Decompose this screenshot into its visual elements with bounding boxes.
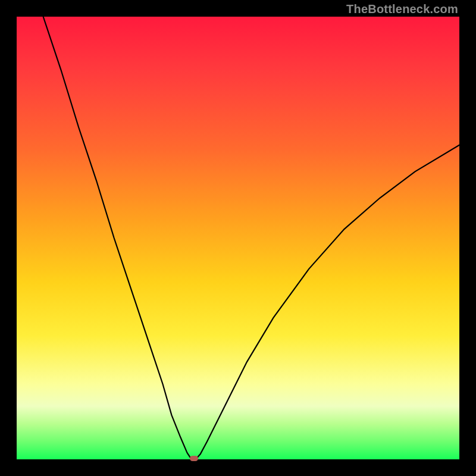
chart-frame: TheBottleneck.com (0, 0, 476, 476)
optimum-marker (190, 456, 198, 461)
bottleneck-curve (17, 17, 459, 459)
plot-area (17, 17, 459, 459)
attribution-label: TheBottleneck.com (346, 2, 458, 16)
